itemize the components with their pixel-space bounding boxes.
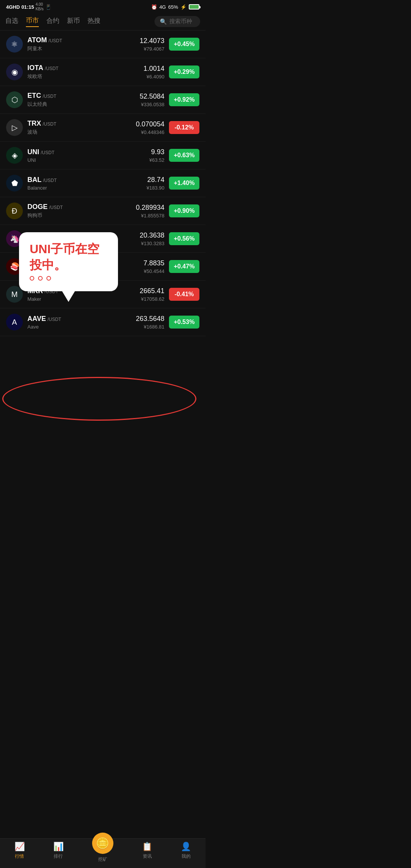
network-type: 4GHD (6, 4, 20, 10)
uni-circle-annotation (2, 377, 196, 421)
coin-price-usd-1: 1.0014 (143, 65, 164, 73)
coin-icon-uni-4: ◈ (6, 147, 23, 164)
coin-price-cny-6: ¥1.855578 (136, 213, 164, 219)
tab-new[interactable]: 新币 (67, 16, 80, 27)
coin-price-cny-5: ¥183.90 (147, 185, 164, 191)
coin-ticker-2: ETC (27, 92, 41, 100)
coin-change-10: +0.53% (169, 316, 199, 329)
coin-price-usd-0: 12.4073 (140, 37, 164, 45)
coin-ticker-10: AAVE (27, 315, 46, 323)
coin-prices-10: 263.5648 ¥1686.81 (136, 315, 164, 330)
nav-tabs: 自选 币市 合约 新币 热搜 🔍 搜索币种 (0, 13, 206, 30)
search-icon: 🔍 (160, 18, 167, 25)
coin-change-2: +0.92% (169, 93, 199, 106)
coin-cname-10: Aave (27, 324, 131, 330)
coin-price-usd-7: 20.3638 (140, 231, 164, 239)
coin-price-cny-1: ¥6.4090 (143, 74, 164, 80)
coin-price-usd-8: 7.8835 (143, 259, 164, 267)
coin-row-iota-1[interactable]: ◉ IOTA /USDT 埃欧塔 1.0014 ¥6.4090 +0.29% (0, 58, 206, 86)
coin-icon-etc-2: ⬡ (6, 91, 23, 108)
coin-ticker-0: ATOM (27, 36, 47, 44)
coin-icon-doge-6: Ð (6, 203, 23, 219)
coin-ticker-3: TRX (27, 120, 41, 128)
coin-info-4: UNI /USDT UNI (27, 148, 145, 163)
coin-price-cny-4: ¥63.52 (149, 157, 164, 163)
coin-row-etc-2[interactable]: ⬡ ETC /USDT 以太经典 52.5084 ¥336.0538 +0.92… (0, 86, 206, 114)
sim-icon: 📱 (45, 4, 51, 10)
status-left: 4GHD 01:15 4.00KB/s 📱 (6, 2, 51, 11)
coin-row-trx-3[interactable]: ▷ TRX /USDT 波场 0.070054 ¥0.448346 -0.12% (0, 114, 206, 142)
bubble-dots (30, 276, 107, 281)
tab-hot[interactable]: 热搜 (88, 16, 100, 27)
coin-pair-2: /USDT (43, 94, 56, 99)
coin-change-6: +0.90% (169, 204, 199, 217)
coin-pair-4: /USDT (41, 150, 54, 155)
tab-market[interactable]: 币市 (26, 16, 39, 27)
coin-price-cny-10: ¥1686.81 (136, 324, 164, 330)
coin-prices-4: 9.93 ¥63.52 (149, 148, 164, 163)
coin-cname-6: 狗狗币 (27, 212, 131, 219)
coin-ticker-5: BAL (27, 176, 41, 184)
coin-change-7: +0.56% (169, 232, 199, 245)
coin-info-6: DOGE /USDT 狗狗币 (27, 203, 131, 219)
coin-info-3: TRX /USDT 波场 (27, 120, 131, 136)
coin-change-3: -0.12% (169, 121, 199, 134)
coin-icon-bal-5: ⬟ (6, 175, 23, 191)
status-right: ⏰ 4G 65% ⚡ (151, 4, 199, 10)
coin-price-cny-2: ¥336.0538 (140, 102, 164, 107)
coin-row-aave-10[interactable]: A AAVE /USDT Aave 263.5648 ¥1686.81 +0.5… (0, 308, 206, 336)
coin-icon-aave-10: A (6, 314, 23, 330)
coin-change-0: +0.45% (169, 38, 199, 51)
coin-pair-1: /USDT (45, 66, 59, 71)
coin-icon-iota-1: ◉ (6, 64, 23, 80)
coin-price-usd-6: 0.289934 (136, 204, 164, 212)
coin-info-10: AAVE /USDT Aave (27, 315, 131, 330)
coin-icon-trx-3: ▷ (6, 119, 23, 136)
coin-price-usd-10: 263.5648 (136, 315, 164, 323)
coin-cname-4: UNI (27, 157, 145, 163)
dot-2 (38, 276, 43, 281)
coin-price-usd-5: 28.74 (147, 176, 164, 184)
coin-change-5: +1.40% (169, 177, 199, 190)
bubble-text: UNI子币在空投中。 (30, 241, 107, 273)
coin-price-usd-4: 9.93 (149, 148, 164, 156)
time: 01:15 (21, 4, 34, 10)
coin-pair-6: /USDT (49, 205, 63, 210)
coin-row-doge-6[interactable]: Ð DOGE /USDT 狗狗币 0.289934 ¥1.855578 +0.9… (0, 197, 206, 225)
coin-cname-9: Maker (27, 296, 135, 302)
search-placeholder: 搜索币种 (169, 18, 192, 25)
coin-cname-1: 埃欧塔 (27, 73, 139, 80)
coin-info-1: IOTA /USDT 埃欧塔 (27, 64, 139, 80)
coin-change-8: +0.47% (169, 260, 199, 273)
coin-row-uni-4[interactable]: ◈ UNI /USDT UNI 9.93 ¥63.52 +0.63% (0, 142, 206, 169)
coin-icon-atom-0: ⚛ (6, 36, 23, 53)
battery-percent: 65% (168, 4, 178, 10)
coin-row-atom-0[interactable]: ⚛ ATOM /USDT 阿童木 12.4073 ¥79.4067 +0.45% (0, 30, 206, 58)
coin-pair-10: /USDT (48, 317, 61, 322)
coin-change-1: +0.29% (169, 65, 199, 78)
coin-cname-2: 以太经典 (27, 101, 135, 108)
search-box[interactable]: 🔍 搜索币种 (155, 16, 200, 27)
coin-price-usd-9: 2665.41 (140, 287, 164, 295)
coin-prices-7: 20.3638 ¥130.3283 (140, 231, 164, 246)
battery-icon (189, 4, 199, 10)
coin-change-9: -0.41% (169, 288, 199, 301)
coin-prices-9: 2665.41 ¥17058.62 (140, 287, 164, 302)
alarm-icon: ⏰ (151, 4, 157, 10)
tab-contract[interactable]: 合约 (46, 16, 59, 27)
tab-watchlist[interactable]: 自选 (5, 16, 18, 27)
coin-row-bal-5[interactable]: ⬟ BAL /USDT Balancer 28.74 ¥183.90 +1.40… (0, 169, 206, 197)
coin-pair-5: /USDT (43, 178, 57, 183)
coin-cname-5: Balancer (27, 185, 142, 191)
coin-pair-0: /USDT (48, 38, 62, 43)
coin-prices-1: 1.0014 ¥6.4090 (143, 65, 164, 80)
dot-3 (46, 276, 51, 281)
coin-price-cny-8: ¥50.4544 (143, 268, 164, 274)
coin-price-cny-3: ¥0.448346 (136, 129, 164, 135)
coin-info-0: ATOM /USDT 阿童木 (27, 36, 135, 52)
coin-prices-0: 12.4073 ¥79.4067 (140, 37, 164, 52)
coin-prices-5: 28.74 ¥183.90 (147, 176, 164, 191)
coin-prices-2: 52.5084 ¥336.0538 (140, 93, 164, 107)
4g-icon: 4G (159, 4, 166, 10)
status-bar: 4GHD 01:15 4.00KB/s 📱 ⏰ 4G 65% ⚡ (0, 0, 206, 13)
